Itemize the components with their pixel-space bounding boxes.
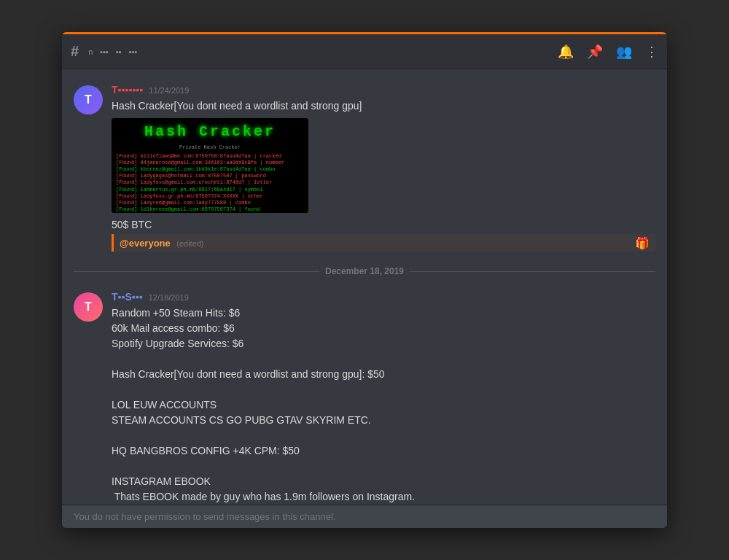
channel-icon-group: n ▪▪▪ ▪▪ ▪▪▪ xyxy=(86,47,139,57)
message-content-2: T▪▪S▪▪▪ 12/18/2019 Random +50 Steam Hits… xyxy=(112,291,655,505)
more-icon[interactable]: ⋮ xyxy=(645,44,658,60)
date-divider-text: December 18, 2019 xyxy=(325,266,404,276)
line-12: INSTAGRAM EBOOK xyxy=(112,474,655,489)
titlebar: # n ▪▪▪ ▪▪ ▪▪▪ 🔔 📌 👥 ⋮ xyxy=(62,34,667,69)
terminal-image: Hash Cracker Private Hash Cracker [Found… xyxy=(112,118,308,213)
line-8: STEAM ACCOUNTS CS GO PUBG GTAV SKYRIM ET… xyxy=(112,413,655,428)
timestamp-1: 11/24/2019 xyxy=(149,86,189,95)
channel-icon-1: n xyxy=(86,47,95,57)
bell-icon[interactable]: 🔔 xyxy=(558,44,574,60)
line-9 xyxy=(112,428,655,443)
line-7: LOL EUW ACCOUNTS xyxy=(112,397,655,413)
channel-icon-2: ▪▪▪ xyxy=(98,47,111,57)
message-group-2: T T▪▪S▪▪▪ 12/18/2019 Random +50 Steam Hi… xyxy=(62,288,667,505)
gift-icon[interactable]: 🎁 xyxy=(635,236,650,250)
line-10: HQ BANGBROS CONFIG +4K CPM: $50 xyxy=(112,443,655,459)
pin-icon[interactable]: 📌 xyxy=(587,44,603,60)
price-text: 50$ BTC xyxy=(112,217,655,233)
channel-icon-4: ▪▪▪ xyxy=(127,47,140,57)
line-6 xyxy=(112,382,655,397)
message-group-1: T T▪▪▪▪▪▪▪ 11/24/2019 Hash Cracker[You d… xyxy=(62,81,667,254)
message-text-1: Hash Cracker[You dont need a wordlist an… xyxy=(112,98,655,114)
avatar-2: T xyxy=(74,292,103,322)
channel-icon-3: ▪▪ xyxy=(114,47,124,57)
date-divider: December 18, 2019 xyxy=(62,254,667,288)
everyone-bar-1: @everyone (edited) 🎁 xyxy=(112,234,655,252)
message-content-1: T▪▪▪▪▪▪▪ 11/24/2019 Hash Cracker[You don… xyxy=(112,84,655,252)
message-header-2: T▪▪S▪▪▪ 12/18/2019 xyxy=(112,291,655,303)
message-header-1: T▪▪▪▪▪▪▪ 11/24/2019 xyxy=(112,84,655,96)
avatar-1: T xyxy=(74,85,103,114)
line-2: 60k Mail access combo: $6 xyxy=(112,321,655,336)
edited-1: (edited) xyxy=(176,239,203,248)
message-lines: Random +50 Steam Hits: $6 60k Mail acces… xyxy=(112,306,655,505)
bottom-bar: You do not have permission to send messa… xyxy=(62,505,667,528)
titlebar-icons: 🔔 📌 👥 ⋮ xyxy=(558,44,658,60)
hash-icon: # xyxy=(71,43,79,60)
titlebar-left: # n ▪▪▪ ▪▪ ▪▪▪ xyxy=(71,43,558,60)
divider-line-left xyxy=(74,271,319,272)
line-5: Hash Cracker[You dont need a wordlist an… xyxy=(112,367,655,382)
timestamp-2: 12/18/2019 xyxy=(149,293,189,302)
avatar-image-1: T xyxy=(74,85,103,114)
terminal-content: Hash Cracker Private Hash Cracker [Found… xyxy=(112,118,308,213)
username-2: T▪▪S▪▪▪ xyxy=(112,291,143,303)
divider-line-right xyxy=(410,271,655,272)
members-icon[interactable]: 👥 xyxy=(616,44,632,60)
line-1: Random +50 Steam Hits: $6 xyxy=(112,306,655,321)
line-11 xyxy=(112,459,655,474)
avatar-image-2: T xyxy=(74,292,103,322)
line-3: Spotify Upgrade Services: $6 xyxy=(112,336,655,351)
discord-window: # n ▪▪▪ ▪▪ ▪▪▪ 🔔 📌 👥 ⋮ T T▪▪▪▪▪▪▪ xyxy=(62,32,667,528)
chat-area[interactable]: T T▪▪▪▪▪▪▪ 11/24/2019 Hash Cracker[You d… xyxy=(62,69,667,505)
line-4 xyxy=(112,351,655,367)
line-13: Thats EBOOK made by guy who has 1.9m fol… xyxy=(112,489,655,505)
permission-text: You do not have permission to send messa… xyxy=(74,511,335,522)
everyone-mention-1: @everyone xyxy=(120,238,171,249)
username-1: T▪▪▪▪▪▪▪ xyxy=(112,84,143,96)
